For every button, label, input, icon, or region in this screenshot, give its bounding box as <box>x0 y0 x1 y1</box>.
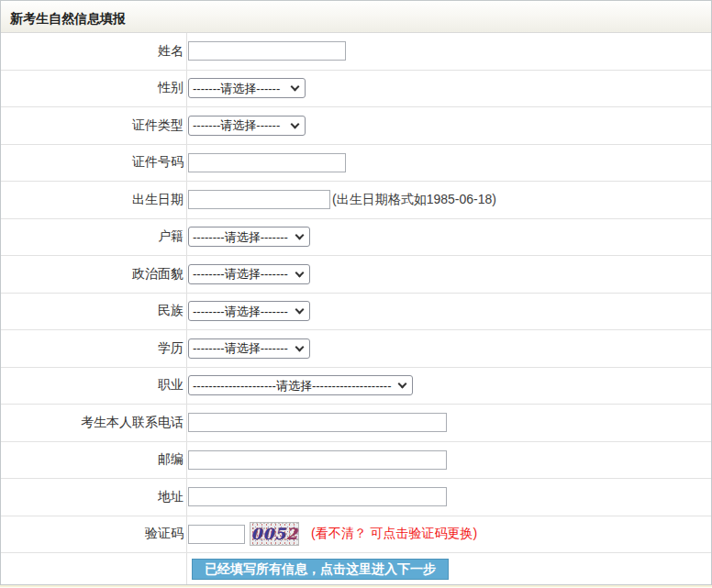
political-status-label: 政治面貌 <box>1 256 187 293</box>
id-number-input[interactable] <box>188 153 346 172</box>
row-political-status: 政治面貌 --------请选择------- <box>1 256 711 294</box>
row-id-type: 证件类型 -------请选择------ <box>1 107 711 145</box>
captcha-digit: 0 <box>262 525 274 543</box>
row-postal-code: 邮编 <box>1 442 711 480</box>
education-label: 学历 <box>1 330 187 367</box>
birth-date-format-hint: (出生日期格式如1985-06-18) <box>332 192 496 208</box>
row-address: 地址 <box>1 479 711 516</box>
education-select[interactable]: --------请选择------- <box>188 338 310 359</box>
captcha-refresh-hint[interactable]: (看不清？ 可点击验证码更换) <box>311 526 477 542</box>
form-header: 新考生自然信息填报 <box>1 1 711 33</box>
id-number-label: 证件号码 <box>1 145 187 182</box>
row-occupation: 职业 ---------------------请选择-------------… <box>1 368 711 405</box>
captcha-digit: 0 <box>250 525 262 543</box>
id-type-select[interactable]: -------请选择------ <box>188 116 306 136</box>
row-gender: 性别 -------请选择------ <box>1 71 711 108</box>
row-id-number: 证件号码 <box>1 145 711 183</box>
household-label: 户籍 <box>1 219 187 256</box>
row-captcha: 验证码 0 0 5 2 (看不清？ 可点击验证码更换) <box>1 516 711 554</box>
ethnicity-select[interactable]: --------请选择------- <box>188 301 310 321</box>
captcha-label: 验证码 <box>1 516 187 553</box>
row-name: 姓名 <box>1 33 711 71</box>
phone-input[interactable] <box>188 413 447 432</box>
row-phone: 考生本人联系电话 <box>1 405 711 442</box>
name-label: 姓名 <box>1 33 187 70</box>
submit-row-spacer <box>1 553 187 584</box>
name-input[interactable] <box>188 41 346 61</box>
address-input[interactable] <box>188 487 447 506</box>
row-education: 学历 --------请选择------- <box>1 330 711 368</box>
occupation-select[interactable]: ---------------------请选择----------------… <box>188 375 413 395</box>
row-household: 户籍 --------请选择------- <box>1 219 711 257</box>
birth-date-input[interactable] <box>188 190 330 209</box>
birth-date-label: 出生日期 <box>1 182 187 218</box>
gender-select[interactable]: -------请选择------ <box>188 78 306 98</box>
household-select[interactable]: --------请选择------- <box>188 227 310 247</box>
page-title: 新考生自然信息填报 <box>10 11 126 28</box>
phone-label: 考生本人联系电话 <box>1 405 187 441</box>
row-ethnicity: 民族 --------请选择------- <box>1 294 711 331</box>
political-status-select[interactable]: --------请选择------- <box>188 264 310 284</box>
gender-label: 性别 <box>1 71 187 107</box>
address-label: 地址 <box>1 479 187 516</box>
captcha-image[interactable]: 0 0 5 2 <box>250 522 299 546</box>
captcha-digit: 5 <box>274 525 286 543</box>
new-examinee-info-form: 新考生自然信息填报 姓名 性别 -------请选择------ 证件类型 --… <box>0 0 712 585</box>
captcha-digit: 2 <box>286 525 298 543</box>
row-submit: 已经填写所有信息，点击这里进入下一步 <box>1 553 711 584</box>
ethnicity-label: 民族 <box>1 294 187 330</box>
occupation-label: 职业 <box>1 368 187 405</box>
captcha-input[interactable] <box>188 525 245 544</box>
row-birth-date: 出生日期 (出生日期格式如1985-06-18) <box>1 182 711 219</box>
id-type-label: 证件类型 <box>1 107 187 144</box>
postal-code-label: 邮编 <box>1 442 187 479</box>
next-step-button[interactable]: 已经填写所有信息，点击这里进入下一步 <box>192 559 449 580</box>
postal-code-input[interactable] <box>188 450 447 470</box>
